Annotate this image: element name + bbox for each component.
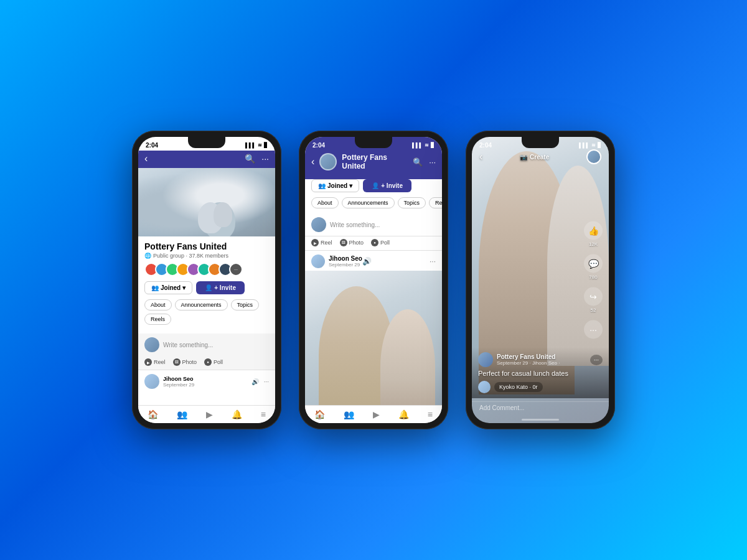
nav-notifications-1[interactable]: 🔔 xyxy=(232,409,242,419)
comment-avatar-3 xyxy=(478,381,491,393)
more-icon-2[interactable]: ··· xyxy=(429,157,436,167)
tab-announcements-2[interactable]: Announcements xyxy=(342,197,395,208)
time-3: 2:04 xyxy=(479,142,492,149)
nav-groups-1[interactable]: 👥 xyxy=(177,409,187,419)
photo-action-1[interactable]: 🖼 Photo xyxy=(173,358,197,366)
write-box-1[interactable]: Write something... xyxy=(138,334,275,356)
comment-count-3: 780 xyxy=(589,274,597,280)
back-button-1[interactable]: ‹ xyxy=(144,153,148,164)
photo-action-2[interactable]: 🖼 Photo xyxy=(340,239,364,246)
write-placeholder-1: Write something... xyxy=(163,342,213,348)
comment-icon-3: 💬 xyxy=(584,254,603,273)
post-avatar-2 xyxy=(311,254,325,268)
write-box-2[interactable]: Write something... xyxy=(305,213,442,236)
group-more-3[interactable]: ··· xyxy=(590,355,603,365)
sound-icon-1: 🔊 xyxy=(251,378,259,385)
tab-about-2[interactable]: About xyxy=(311,197,339,208)
post-more-2: ··· xyxy=(430,257,436,266)
nav-notifications-2[interactable]: 🔔 xyxy=(398,409,409,419)
like-action-3[interactable]: 👍 12K xyxy=(584,222,603,247)
post-info-2: Jihoon Seo September 29 xyxy=(329,255,362,268)
bottom-nav-1: 🏠 👥 ▶ 🔔 ≡ xyxy=(138,405,275,423)
wifi-icon-2: ≋ xyxy=(425,142,429,148)
user-thumb-3[interactable] xyxy=(586,149,601,164)
bottom-overlay-3: Pottery Fans United September 29 · Jihoo… xyxy=(472,347,609,398)
poll-label-2: Poll xyxy=(380,240,390,246)
bottom-nav-2: 🏠 👥 ▶ 🔔 ≡ xyxy=(305,405,442,423)
tab-topics-2[interactable]: Topics xyxy=(398,197,426,208)
tab-topics-1[interactable]: Topics xyxy=(231,299,260,310)
tab-bar-1: About Announcements Topics Reels xyxy=(144,299,269,325)
nav-groups-2[interactable]: 👥 xyxy=(344,409,354,419)
time-1: 2:04 xyxy=(146,142,158,149)
header-icons-1: 🔍 ··· xyxy=(245,154,269,164)
more-action-3[interactable]: ··· xyxy=(584,320,603,339)
joined-button-1[interactable]: 👥 Joined ▾ xyxy=(144,281,192,294)
wifi-icon-1: ≋ xyxy=(258,142,262,148)
status-icons-1: ▌▌▌ ≋ ▊ xyxy=(245,142,268,148)
invite-button-2[interactable]: 👤 + Invite xyxy=(363,179,411,192)
comment-action-3[interactable]: 💬 780 xyxy=(584,254,603,280)
joined-label-1: Joined xyxy=(161,284,181,291)
photo-label-1: Photo xyxy=(182,359,197,365)
joined-button-2[interactable]: 👥 Joined ▾ xyxy=(311,179,359,192)
reel-action-2[interactable]: ▶ Reel xyxy=(311,239,332,246)
create-button-3[interactable]: 📷 Create xyxy=(520,154,549,161)
phone-3-screen: 2:04 ▌▌▌ ≋ ▊ ‹ 📷 Create 👍 xyxy=(472,137,609,423)
comment-text-3: Kyoko Kato · 0r xyxy=(494,382,543,392)
header-2: ‹ Pottery Fans United 🔍 ··· xyxy=(305,151,442,179)
wifi-icon-3: ≋ xyxy=(591,142,596,148)
post-date-1: September 29 xyxy=(163,382,194,388)
home-indicator-3 xyxy=(522,419,559,421)
group-avatar-3 xyxy=(478,352,493,367)
invite-icon-1: 👤 xyxy=(205,284,212,291)
group-info-row-3: Pottery Fans United September 29 · Jihoo… xyxy=(478,352,603,367)
phone-1: 2:04 ▌▌▌ ≋ ▊ ‹ 🔍 ··· Pott xyxy=(132,131,281,429)
signal-icon-2: ▌▌▌ xyxy=(412,142,423,148)
photo-icon-2: 🖼 xyxy=(340,239,347,246)
dropdown-arrow-2: ▾ xyxy=(349,182,352,189)
nav-menu-2[interactable]: ≡ xyxy=(428,409,433,419)
tab-reels-1[interactable]: Reels xyxy=(144,314,171,325)
nav-menu-1[interactable]: ≡ xyxy=(261,409,266,419)
reel-action-1[interactable]: ▶ Reel xyxy=(144,358,166,366)
nav-home-2[interactable]: 🏠 xyxy=(314,409,325,419)
signal-icon-3: ▌▌▌ xyxy=(579,142,590,148)
post-author-1: Jihoon Seo xyxy=(163,376,194,382)
tab-announcements-1[interactable]: Announcements xyxy=(175,299,228,310)
nav-video-2[interactable]: ▶ xyxy=(373,409,380,419)
search-icon-1[interactable]: 🔍 xyxy=(245,154,255,164)
phone-3: 2:04 ▌▌▌ ≋ ▊ ‹ 📷 Create 👍 xyxy=(466,131,615,429)
group-title-2: Pottery Fans United xyxy=(342,153,408,170)
nav-video-1[interactable]: ▶ xyxy=(206,409,213,419)
tab-about-1[interactable]: About xyxy=(144,299,172,310)
post-preview-1: Jihoon Seo September 29 🔊 ··· xyxy=(138,370,275,393)
tab-reels-2[interactable]: Reels xyxy=(429,197,442,208)
back-button-2[interactable]: ‹ xyxy=(311,156,314,167)
invite-icon-2: 👤 xyxy=(372,182,379,189)
back-button-3[interactable]: ‹ xyxy=(479,151,482,162)
nav-home-1[interactable]: 🏠 xyxy=(148,409,158,419)
post-preview-icons-1: 🔊 ··· xyxy=(251,378,269,385)
member-avatars-1: ··· xyxy=(144,263,269,276)
add-comment-3[interactable]: Add Comment... xyxy=(472,401,609,414)
status-bar-2: 2:04 ▌▌▌ ≋ ▊ xyxy=(305,137,442,151)
more-icon-1[interactable]: ··· xyxy=(261,154,269,164)
share-action-3[interactable]: ↪ 52 xyxy=(584,287,603,313)
phone-1-screen: 2:04 ▌▌▌ ≋ ▊ ‹ 🔍 ··· Pott xyxy=(138,137,275,423)
pottery-bg-1 xyxy=(138,168,275,236)
sound-icon-2: 🔊 xyxy=(362,257,372,266)
reel-icon-1: ▶ xyxy=(144,358,152,366)
write-avatar-2 xyxy=(311,217,326,232)
poll-action-2[interactable]: ● Poll xyxy=(371,239,390,246)
status-icons-3: ▌▌▌ ≋ ▊ xyxy=(579,142,601,148)
header-1: ‹ 🔍 ··· xyxy=(138,151,275,168)
cover-photo-1 xyxy=(138,168,275,236)
phone-2: 2:04 ▌▌▌ ≋ ▊ ‹ Pottery Fans United 🔍 ··· xyxy=(299,131,448,429)
poll-action-1[interactable]: ● Poll xyxy=(204,358,223,366)
search-icon-2[interactable]: 🔍 xyxy=(413,157,423,167)
invite-button-1[interactable]: 👤 + Invite xyxy=(196,281,245,294)
people-icon-1: 👥 xyxy=(151,284,159,291)
post-card-2: Jihoon Seo September 29 🔊 ··· xyxy=(305,251,442,405)
globe-icon-1: 🌐 xyxy=(144,253,151,259)
